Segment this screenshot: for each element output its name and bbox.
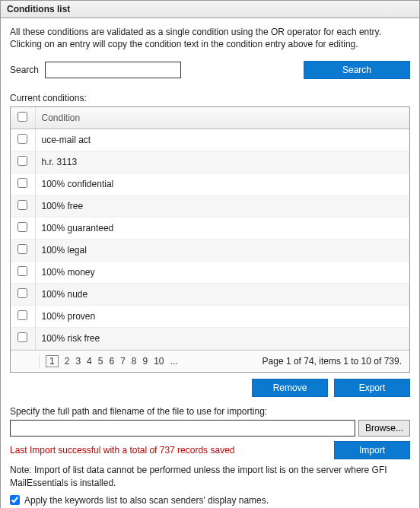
- pager-prev[interactable]: [15, 354, 40, 369]
- pager-page[interactable]: 9: [143, 356, 148, 367]
- condition-cell[interactable]: 100% money: [35, 262, 409, 284]
- condition-cell[interactable]: 100% risk free: [35, 328, 409, 350]
- browse-button[interactable]: Browse...: [358, 420, 410, 437]
- row-checkbox[interactable]: [18, 222, 27, 232]
- row-checkbox[interactable]: [18, 310, 27, 320]
- apply-keywords-checkbox[interactable]: [10, 495, 20, 505]
- export-button[interactable]: Export: [334, 379, 410, 397]
- pager: 12345678910... Page 1 of 74, items 1 to …: [11, 350, 409, 372]
- table-row[interactable]: uce-mail act: [11, 129, 409, 151]
- import-path-input[interactable]: [10, 420, 355, 437]
- condition-cell[interactable]: 100% confidential: [35, 173, 409, 195]
- row-checkbox[interactable]: [18, 156, 27, 166]
- search-label: Search: [10, 65, 39, 75]
- row-checkbox[interactable]: [18, 266, 27, 276]
- column-header-condition[interactable]: Condition: [35, 107, 409, 129]
- table-row[interactable]: 100% proven: [11, 306, 409, 328]
- table-row[interactable]: 100% nude: [11, 284, 409, 306]
- table-row[interactable]: 100% legal: [11, 240, 409, 262]
- pager-page[interactable]: 4: [87, 356, 92, 367]
- remove-button[interactable]: Remove: [252, 379, 328, 397]
- pager-page[interactable]: 3: [75, 356, 81, 367]
- row-checkbox[interactable]: [18, 200, 27, 210]
- pager-page[interactable]: 8: [132, 356, 137, 367]
- table-row[interactable]: 100% guaranteed: [11, 217, 409, 240]
- import-status: Last Import successful with a total of 7…: [10, 445, 334, 456]
- panel-title: Conditions list: [1, 1, 419, 18]
- pager-page[interactable]: 2: [65, 356, 70, 367]
- pager-page[interactable]: 5: [98, 356, 103, 367]
- search-input[interactable]: [45, 62, 181, 78]
- row-checkbox[interactable]: [18, 288, 27, 298]
- row-checkbox[interactable]: [18, 332, 27, 342]
- select-all-checkbox[interactable]: [18, 112, 27, 122]
- import-label: Specify the full path and filename of th…: [10, 406, 410, 417]
- pager-info: Page 1 of 74, items 1 to 10 of 739.: [262, 356, 405, 367]
- pager-page[interactable]: 7: [120, 356, 126, 367]
- import-button[interactable]: Import: [334, 441, 410, 459]
- condition-cell[interactable]: 100% free: [35, 195, 409, 217]
- conditions-label: Current conditions:: [10, 93, 410, 103]
- import-note: Note: Import of list data cannot be perf…: [10, 464, 410, 488]
- table-row[interactable]: 100% risk free: [11, 328, 409, 350]
- condition-cell[interactable]: 100% nude: [35, 284, 409, 306]
- conditions-table: Condition uce-mail acth.r. 3113100% conf…: [10, 106, 410, 373]
- intro-text: All these conditions are validated as a …: [10, 26, 410, 50]
- table-row[interactable]: 100% confidential: [11, 173, 409, 195]
- table-row[interactable]: h.r. 3113: [11, 151, 409, 173]
- condition-cell[interactable]: 100% proven: [35, 306, 409, 328]
- pager-more[interactable]: ...: [170, 356, 178, 367]
- row-checkbox[interactable]: [18, 178, 27, 188]
- pager-page[interactable]: 1: [46, 355, 59, 367]
- search-button[interactable]: Search: [304, 61, 410, 79]
- row-checkbox[interactable]: [18, 134, 27, 144]
- condition-cell[interactable]: h.r. 3113: [35, 151, 409, 173]
- apply-keywords-label: Apply the keywords list to also scan sen…: [24, 495, 269, 506]
- table-row[interactable]: 100% money: [11, 262, 409, 284]
- pager-page[interactable]: 6: [109, 356, 114, 367]
- condition-cell[interactable]: 100% legal: [35, 240, 409, 262]
- pager-page[interactable]: 10: [154, 356, 164, 367]
- condition-cell[interactable]: uce-mail act: [35, 129, 409, 151]
- condition-cell[interactable]: 100% guaranteed: [35, 217, 409, 240]
- table-row[interactable]: 100% free: [11, 195, 409, 217]
- row-checkbox[interactable]: [18, 244, 27, 254]
- conditions-list-panel: Conditions list All these conditions are…: [0, 0, 420, 508]
